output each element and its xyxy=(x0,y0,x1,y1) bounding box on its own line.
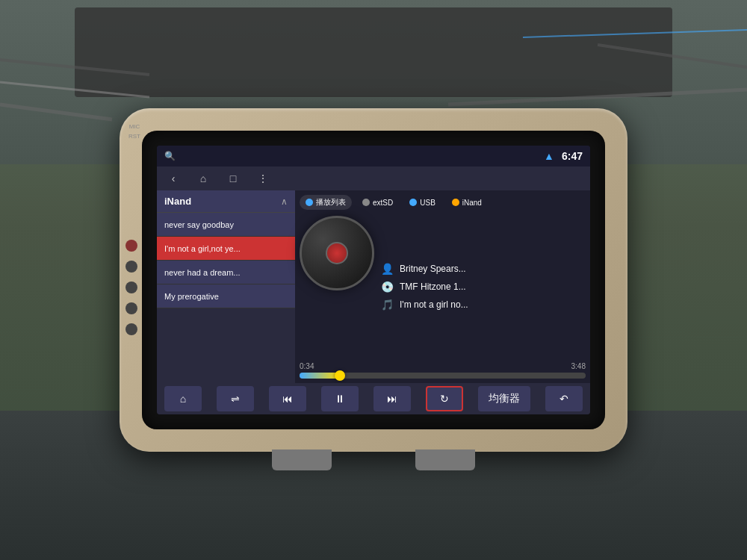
source-tab-3[interactable]: iNand xyxy=(446,195,488,210)
song-row: 🎵 I'm not a girl no... xyxy=(380,299,586,311)
prev-button[interactable]: ⏮ xyxy=(269,386,306,411)
svg-line-4 xyxy=(523,30,747,37)
source-tab-0[interactable]: 播放列表 xyxy=(300,195,352,210)
svg-line-5 xyxy=(0,82,149,97)
search-icon: 🔍 xyxy=(164,151,176,161)
tab-label-0: 播放列表 xyxy=(316,197,346,208)
tab-dot-3 xyxy=(452,199,459,206)
source-tab-1[interactable]: extSD xyxy=(356,195,399,210)
svg-line-2 xyxy=(448,90,747,105)
playlist-item-label-1: I'm not a girl,not ye... xyxy=(164,244,241,253)
main-content: iNand ∧ never say goodbayI'm not a girl,… xyxy=(157,190,590,383)
rst-label: RST xyxy=(128,133,140,140)
tab-dot-0 xyxy=(306,199,313,206)
playlist-item-1[interactable]: I'm not a girl,not ye... xyxy=(157,237,295,261)
power-button[interactable] xyxy=(125,240,137,252)
song-text: I'm not a girl no... xyxy=(400,299,468,310)
playlist-header[interactable]: iNand ∧ xyxy=(157,190,295,213)
menu-button[interactable]: ⋮ xyxy=(254,169,272,187)
playlist-items-container: never say goodbayI'm not a girl,not ye..… xyxy=(157,213,295,308)
album-text: TMF Hitzone 1... xyxy=(400,281,466,292)
mic-label: MIC xyxy=(129,123,140,130)
source-tabs: 播放列表extSDUSBiNand xyxy=(300,195,586,210)
back-button[interactable]: ‹ xyxy=(164,169,182,187)
tab-dot-1 xyxy=(362,199,370,206)
playlist-item-label-2: never had a dream... xyxy=(164,268,241,277)
player-panel: 播放列表extSDUSBiNand 👤 Britney Spears... xyxy=(295,190,590,383)
progress-area: 0:34 3:48 xyxy=(300,362,586,379)
playlist-item-2[interactable]: never had a dream... xyxy=(157,261,295,284)
back-side-button[interactable] xyxy=(125,281,137,293)
svg-line-3 xyxy=(0,105,112,119)
main-screen: 🔍 ▲ 6:47 ‹ ⌂ □ ⋮ iNand xyxy=(157,146,590,414)
playlist-panel: iNand ∧ never say goodbayI'm not a girl,… xyxy=(157,190,295,383)
status-left: 🔍 xyxy=(164,151,176,161)
clock: 6:47 xyxy=(562,150,583,162)
status-bar: 🔍 ▲ 6:47 xyxy=(157,146,590,167)
track-info: 👤 Britney Spears... 💿 TMF Hitzone 1... 🎵… xyxy=(380,216,586,358)
progress-fill xyxy=(300,373,340,379)
head-unit-housing: MIC RST 🔍 ▲ 6:47 ‹ ⌂ xyxy=(120,108,627,452)
pause-button[interactable]: ⏸ xyxy=(321,386,359,411)
player-middle: 👤 Britney Spears... 💿 TMF Hitzone 1... 🎵… xyxy=(300,216,586,358)
album-art xyxy=(300,216,374,290)
eq-button[interactable]: 均衡器 xyxy=(478,386,530,411)
tab-label-3: iNand xyxy=(462,199,482,207)
mount-tab-right xyxy=(415,449,475,470)
next-button[interactable]: ⏭ xyxy=(374,386,411,411)
nav-bar: ‹ ⌂ □ ⋮ xyxy=(157,167,590,190)
svg-line-0 xyxy=(0,60,149,75)
vol-down-button[interactable] xyxy=(125,323,137,335)
collapse-arrow: ∧ xyxy=(281,196,288,207)
shuffle-button[interactable]: ⇌ xyxy=(217,386,254,411)
loop-button[interactable]: ↻ xyxy=(426,386,463,411)
total-time: 3:48 xyxy=(571,362,586,370)
playlist-item-label-3: My prerogative xyxy=(164,292,219,301)
person-icon: 👤 xyxy=(380,263,394,275)
tab-label-2: USB xyxy=(420,199,436,207)
status-right: ▲ 6:47 xyxy=(544,150,583,162)
progress-bar[interactable] xyxy=(300,373,586,379)
playlist-title: iNand xyxy=(164,196,191,207)
tab-dot-2 xyxy=(409,199,417,206)
playlist-item-label-0: never say goodbay xyxy=(164,220,234,229)
svg-line-1 xyxy=(598,45,747,67)
home-side-button[interactable] xyxy=(125,261,137,273)
vol-up-button[interactable] xyxy=(125,302,137,314)
bluetooth-icon: ▲ xyxy=(544,150,554,162)
tab-label-1: extSD xyxy=(373,199,393,207)
progress-handle[interactable] xyxy=(335,370,345,381)
playlist-item-3[interactable]: My prerogative xyxy=(157,284,295,308)
artist-text: Britney Spears... xyxy=(400,264,466,274)
back-ctrl-button[interactable]: ↶ xyxy=(545,386,583,411)
artist-row: 👤 Britney Spears... xyxy=(380,263,586,275)
playlist-item-0[interactable]: never say goodbay xyxy=(157,213,295,237)
mount-tab-left xyxy=(272,449,332,470)
music-icon: 🎵 xyxy=(380,299,394,311)
controls-bar: ⌂ ⇌ ⏮ ⏸ ⏭ ↻ 均衡器 ↶ xyxy=(157,383,590,414)
side-buttons xyxy=(125,225,137,335)
recent-button[interactable]: □ xyxy=(224,169,242,187)
screen-bezel: 🔍 ▲ 6:47 ‹ ⌂ □ ⋮ iNand xyxy=(142,131,605,429)
album-art-center xyxy=(326,242,348,264)
home-button[interactable]: ⌂ xyxy=(194,169,212,187)
progress-times: 0:34 3:48 xyxy=(300,362,586,370)
current-time: 0:34 xyxy=(300,362,314,370)
album-row: 💿 TMF Hitzone 1... xyxy=(380,281,586,293)
home-ctrl-button[interactable]: ⌂ xyxy=(164,386,202,411)
source-tab-2[interactable]: USB xyxy=(403,195,441,210)
disc-icon: 💿 xyxy=(380,281,394,293)
